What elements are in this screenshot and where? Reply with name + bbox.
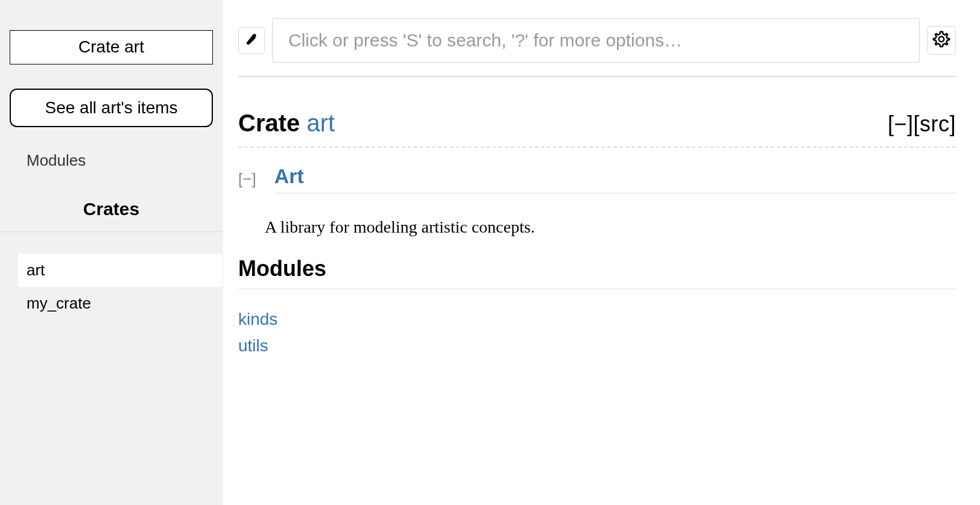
sidebar-location: Crate art [10,30,213,64]
main-content: Crate art [−][src] [−] Art A library for… [223,0,980,505]
heading-links: [−][src] [888,111,956,137]
sidebar-section-modules[interactable]: Modules [0,151,223,181]
page-title-crate-link[interactable]: art [306,110,335,136]
module-link-utils[interactable]: utils [238,333,956,359]
doc-title: Art [274,165,956,193]
doc-description: A library for modeling artistic concepts… [238,198,956,256]
sidebar-crates-list: art my_crate [0,232,223,320]
module-list: kinds utils [238,289,956,359]
page-heading-row: Crate art [−][src] [238,77,956,148]
search-input[interactable] [272,18,920,63]
settings-button[interactable] [927,26,956,55]
svg-point-0 [939,37,944,42]
page-title: Crate art [238,110,335,137]
module-link-kinds[interactable]: kinds [238,306,956,333]
see-all-items-button[interactable]: See all art's items [10,89,213,127]
topbar [238,18,956,63]
page-title-prefix: Crate [238,110,306,136]
sidebar: Crate art See all art's items Modules Cr… [0,0,223,505]
doc-collapse-toggle[interactable]: [−] [238,170,256,189]
theme-picker-button[interactable] [238,27,265,54]
gear-icon [932,30,951,51]
modules-heading: Modules [238,256,956,289]
sidebar-crates-heading: Crates [0,181,223,232]
brush-icon [244,32,259,49]
collapse-all-toggle[interactable]: [−] [888,111,914,136]
sidebar-crate-art[interactable]: art [18,254,223,287]
sidebar-crate-my_crate[interactable]: my_crate [0,287,223,320]
src-link[interactable]: [src] [914,111,956,136]
doc-title-row: [−] Art [238,148,956,198]
